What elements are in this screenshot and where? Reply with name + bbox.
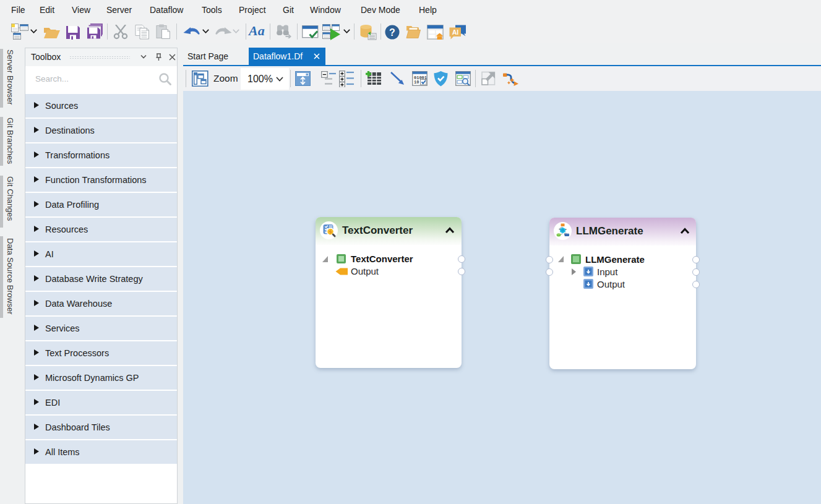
svg-text:?: ? [389,27,395,38]
svg-text:10: 10 [414,80,419,85]
svg-text:AI: AI [452,28,459,36]
